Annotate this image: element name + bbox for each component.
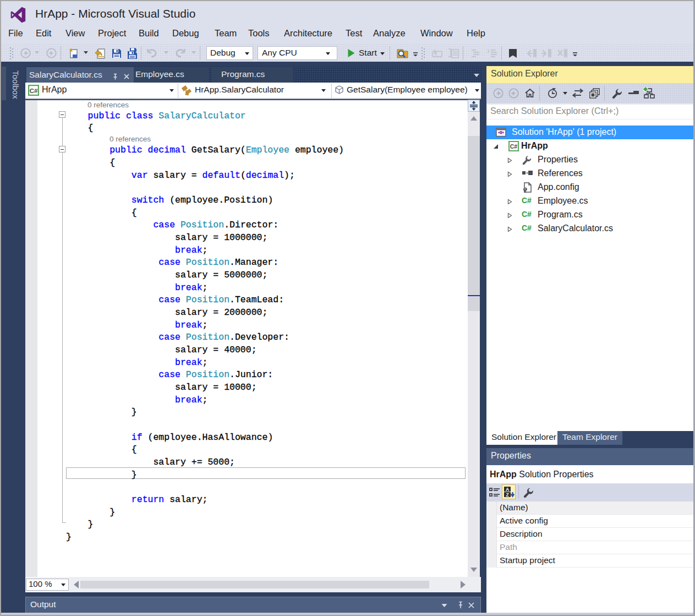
svg-text:C#: C#: [30, 88, 38, 94]
svg-text:Z: Z: [506, 492, 508, 498]
svg-text:C#: C#: [510, 143, 518, 150]
svg-text:A: A: [506, 487, 509, 492]
